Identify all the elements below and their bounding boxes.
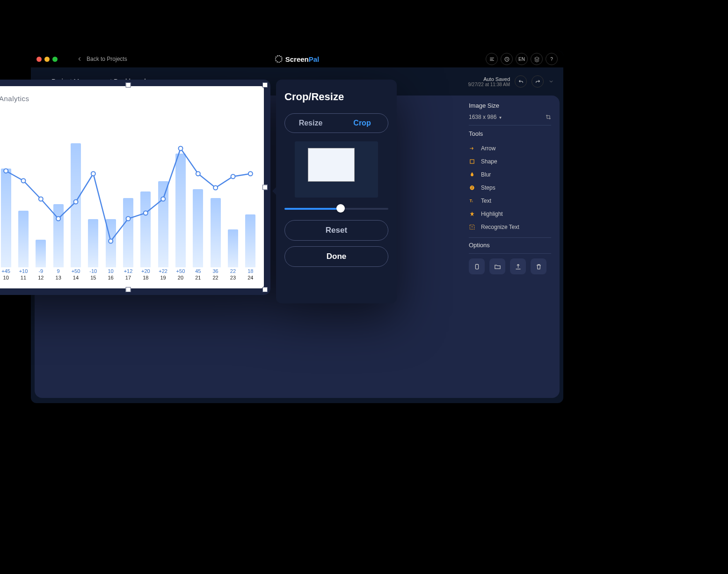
category-label: 12 — [32, 275, 50, 280]
close-window-icon[interactable] — [36, 57, 42, 62]
category-label: 21 — [189, 275, 207, 280]
highlight-icon — [469, 211, 475, 217]
steps-icon: 2 — [469, 184, 475, 191]
clipboard-button[interactable] — [469, 258, 485, 274]
arrow-left-icon — [76, 56, 83, 62]
tool-blur[interactable]: Blur — [469, 168, 551, 181]
delete-button[interactable] — [531, 258, 546, 274]
crop-resize-dialog: Crop/Resize Resize Crop Reset Done — [276, 80, 397, 303]
chevron-down-icon[interactable] — [548, 79, 554, 84]
bar-col — [189, 108, 207, 267]
delta-row: +45+10-99+50-1010+12+20+22+5045362218 — [0, 268, 259, 274]
brand: ScreenPal — [275, 55, 320, 63]
svg-text:2: 2 — [471, 186, 473, 189]
delta-label: +12 — [119, 268, 137, 274]
tools-title: Tools — [469, 130, 551, 137]
bar — [88, 219, 98, 267]
delta-label: +20 — [137, 268, 154, 274]
delta-label: 9 — [50, 268, 67, 274]
blur-icon — [469, 171, 475, 178]
redo-button[interactable] — [531, 75, 544, 88]
crop-handle-tm[interactable] — [126, 82, 131, 88]
tool-highlight[interactable]: Highlight — [469, 207, 551, 221]
share-button[interactable] — [510, 258, 526, 274]
tool-recognize-text[interactable]: TRecognize Text — [469, 221, 551, 234]
delta-label: +50 — [67, 268, 84, 274]
bar-col — [119, 108, 137, 267]
bar — [53, 204, 64, 267]
bar — [211, 198, 221, 268]
tab-crop[interactable]: Crop — [336, 114, 388, 132]
tool-shape[interactable]: Shape — [469, 155, 551, 168]
bar — [106, 219, 116, 267]
category-label: 10 — [0, 275, 15, 280]
delta-label: 18 — [242, 268, 259, 274]
crop-overlay-group: Analytics +45+10-99+50-1010+12+20+22+504… — [0, 80, 421, 303]
crop-preview-selection — [308, 148, 355, 182]
image-size-value[interactable]: 1638 x 986▼ — [469, 114, 502, 120]
bar — [228, 229, 238, 267]
autosave-status: Auto Saved 9/27/22 at 11:38 AM — [468, 76, 510, 87]
recognize-text-icon: T — [469, 224, 475, 230]
help-button[interactable]: ? — [546, 53, 558, 65]
bar — [123, 198, 133, 268]
options-title: Options — [469, 242, 551, 249]
undo-button[interactable] — [515, 75, 527, 88]
bar-col — [172, 108, 189, 267]
bar — [1, 169, 11, 267]
delta-label: +50 — [172, 268, 189, 274]
crop-preview — [295, 141, 378, 198]
bar — [175, 154, 186, 267]
crop-handle-bm[interactable] — [126, 287, 131, 292]
bar-col — [224, 108, 241, 267]
bar-col — [85, 108, 102, 267]
delta-label: -10 — [85, 268, 102, 274]
category-label: 24 — [242, 275, 259, 280]
maximize-window-icon[interactable] — [52, 57, 58, 62]
bar — [71, 143, 81, 267]
back-button[interactable]: Back to Projects — [76, 56, 127, 62]
crop-selection[interactable]: Analytics +45+10-99+50-1010+12+20+22+504… — [0, 80, 270, 295]
delta-label: 36 — [207, 268, 224, 274]
svg-rect-8 — [475, 264, 478, 269]
tool-arrow[interactable]: Arrow — [469, 142, 551, 155]
crop-icon[interactable] — [546, 114, 551, 120]
crop-handle-tr[interactable] — [262, 82, 268, 88]
history-button[interactable] — [501, 53, 513, 65]
top-icons: EN ? — [486, 53, 558, 65]
bar — [36, 240, 46, 267]
language-button[interactable]: EN — [516, 53, 528, 65]
reset-button[interactable]: Reset — [284, 220, 388, 241]
bar-col — [0, 108, 15, 267]
category-label: 16 — [102, 275, 119, 280]
bar-col — [154, 108, 172, 267]
tab-resize[interactable]: Resize — [285, 114, 336, 132]
crop-handle-br[interactable] — [262, 287, 268, 292]
delta-label: -9 — [32, 268, 50, 274]
minimize-window-icon[interactable] — [44, 57, 50, 62]
zoom-slider[interactable] — [284, 206, 388, 211]
tool-steps[interactable]: 2Steps — [469, 181, 551, 194]
bar — [158, 181, 168, 267]
menu-button[interactable] — [486, 53, 498, 65]
done-button[interactable]: Done — [284, 246, 388, 267]
bar — [18, 211, 29, 268]
svg-rect-1 — [470, 160, 474, 163]
tool-text[interactable]: TtText — [469, 194, 551, 207]
category-label: 13 — [50, 275, 67, 280]
layers-button[interactable] — [531, 53, 543, 65]
arrow-icon — [469, 145, 475, 152]
category-label: 19 — [154, 275, 172, 280]
crop-handle-mr[interactable] — [262, 185, 268, 190]
delta-label: 10 — [102, 268, 119, 274]
category-label: 11 — [15, 275, 32, 280]
folder-button[interactable] — [489, 258, 505, 274]
bar-col — [67, 108, 84, 267]
svg-text:T: T — [470, 199, 472, 203]
delta-label: 22 — [224, 268, 241, 274]
category-label: 23 — [224, 275, 241, 280]
bar-col — [102, 108, 119, 267]
bar-col — [207, 108, 224, 267]
category-label: 22 — [207, 275, 224, 280]
category-label: 17 — [119, 275, 137, 280]
